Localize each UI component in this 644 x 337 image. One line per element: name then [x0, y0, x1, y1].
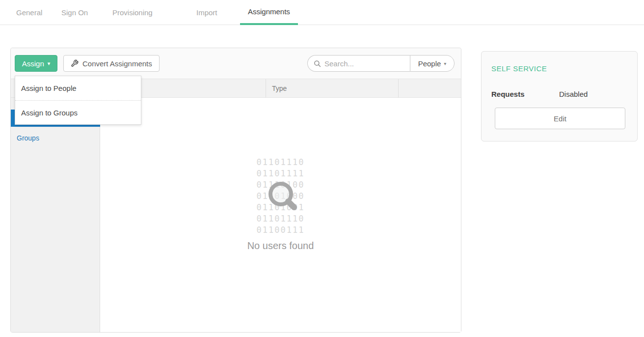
edit-button[interactable]: Edit [495, 108, 625, 129]
binary-line: 01101110 [100, 213, 461, 225]
wrench-icon [71, 59, 79, 67]
column-divider [266, 79, 266, 98]
requests-value: Disabled [559, 90, 588, 98]
empty-state: 01101110 01101111 01110100 01101000 0110… [100, 98, 461, 332]
requests-label: Requests [491, 90, 525, 98]
assign-button[interactable]: Assign ▾ [15, 55, 57, 72]
assignments-panel: Assign ▾ Convert Assignments [10, 48, 461, 333]
tab-sign-on[interactable]: Sign On [54, 0, 96, 25]
convert-assignments-button[interactable]: Convert Assignments [63, 55, 160, 72]
search-icon [314, 60, 321, 67]
edit-button-label: Edit [554, 114, 566, 123]
self-service-panel: SELF SERVICE Requests Disabled Edit [481, 51, 638, 141]
sidebar-item-groups[interactable]: Groups [11, 130, 100, 146]
binary-line: 01100111 [100, 225, 461, 236]
binary-line: 01101110 [100, 157, 461, 168]
binary-line: 01101111 [100, 168, 461, 179]
assignments-sidebar: Groups [11, 98, 100, 332]
menu-item-assign-to-groups[interactable]: Assign to Groups [15, 100, 141, 124]
assignments-toolbar: Assign ▾ Convert Assignments [11, 48, 461, 79]
column-divider [398, 79, 399, 98]
assign-button-label: Assign [22, 59, 44, 68]
convert-assignments-label: Convert Assignments [82, 59, 152, 68]
assign-dropdown-menu: Assign to People Assign to Groups [15, 76, 141, 125]
column-header-type[interactable]: Type [272, 79, 287, 98]
search-group: People ▾ [307, 55, 455, 72]
tab-provisioning[interactable]: Provisioning [105, 0, 161, 25]
tab-assignments[interactable]: Assignments [240, 0, 298, 25]
app-tabs-bar: General Sign On Provisioning Import Assi… [0, 0, 644, 25]
chevron-down-icon: ▾ [48, 61, 51, 66]
search-box[interactable] [307, 55, 410, 72]
tab-general[interactable]: General [8, 0, 50, 25]
self-service-title: SELF SERVICE [491, 64, 547, 73]
tab-import[interactable]: Import [188, 0, 225, 25]
magnifier-icon [266, 179, 299, 213]
chevron-down-icon: ▾ [444, 61, 446, 66]
search-input[interactable] [324, 59, 398, 68]
menu-item-assign-to-people[interactable]: Assign to People [15, 76, 141, 100]
search-scope-value: People [418, 59, 441, 68]
empty-state-message: No users found [100, 240, 461, 252]
search-scope-select[interactable]: People ▾ [410, 55, 455, 72]
